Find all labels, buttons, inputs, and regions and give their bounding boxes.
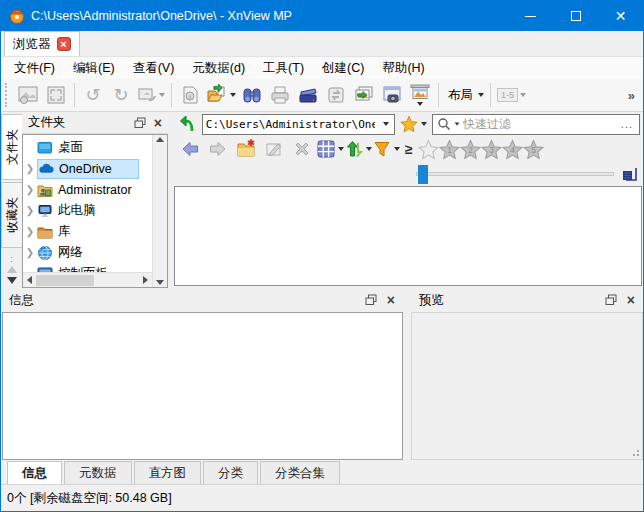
- menu-help[interactable]: 帮助(H): [373, 58, 433, 79]
- star-2-icon[interactable]: 2: [460, 139, 481, 160]
- transform-button[interactable]: [135, 81, 167, 109]
- slideshow-button[interactable]: [406, 81, 434, 109]
- resize-grip[interactable]: [632, 449, 640, 457]
- quick-filter-input[interactable]: [463, 117, 618, 131]
- capture-button[interactable]: [378, 81, 406, 109]
- tab-scroll-down-icon[interactable]: [7, 277, 17, 284]
- network-globe-icon: [37, 245, 53, 261]
- thumbnail-size-slider[interactable]: [416, 172, 614, 176]
- rotate-left-button[interactable]: ↺: [79, 81, 107, 109]
- view-mode-button[interactable]: [316, 137, 344, 161]
- scanner-icon: [297, 84, 319, 106]
- search-options-caret[interactable]: [454, 122, 459, 125]
- scroll-right-icon[interactable]: [143, 276, 148, 284]
- info-button[interactable]: i: [176, 81, 204, 109]
- dock-splitter[interactable]: [403, 288, 411, 460]
- convert-button[interactable]: [322, 81, 350, 109]
- back-button[interactable]: [176, 137, 204, 161]
- expander-icon[interactable]: ❯: [23, 226, 37, 237]
- quick-filter-box[interactable]: ...: [432, 114, 640, 135]
- scroll-left-icon[interactable]: [27, 276, 32, 284]
- maximize-button[interactable]: [553, 1, 598, 31]
- scroll-up-icon[interactable]: [156, 137, 164, 142]
- minimize-button[interactable]: [508, 1, 553, 31]
- delete-button[interactable]: [288, 137, 316, 161]
- float-panel-icon[interactable]: [605, 294, 617, 306]
- slider-thumb[interactable]: [418, 165, 428, 184]
- star-4-icon[interactable]: 4: [502, 139, 523, 160]
- expander-icon[interactable]: ❯: [23, 205, 37, 216]
- tab-close-icon[interactable]: ×: [57, 37, 71, 51]
- edit-button[interactable]: [260, 137, 288, 161]
- rating-operator[interactable]: ≥: [400, 141, 418, 157]
- filter-more-button[interactable]: ...: [621, 118, 635, 130]
- print-button[interactable]: [266, 81, 294, 109]
- close-button[interactable]: ✕: [598, 1, 643, 31]
- tab-scroll-up-icon[interactable]: [7, 266, 17, 273]
- thumbnail-range-button[interactable]: 1-5: [495, 81, 528, 109]
- tree-item-desktop[interactable]: 桌面: [23, 137, 152, 158]
- new-folder-button[interactable]: ✱: [232, 137, 260, 161]
- sort-button[interactable]: [344, 137, 372, 161]
- toolbar-overflow-button[interactable]: »: [628, 88, 635, 103]
- tab-info[interactable]: 信息: [7, 461, 62, 484]
- tree-item-network[interactable]: ❯ 网络: [23, 242, 152, 263]
- go-up-button[interactable]: [176, 113, 198, 135]
- search-button[interactable]: [238, 81, 266, 109]
- scan-button[interactable]: [294, 81, 322, 109]
- forward-button[interactable]: [204, 137, 232, 161]
- fullscreen-button[interactable]: [42, 81, 70, 109]
- tree-item-administrator[interactable]: ❯ Administrator: [23, 179, 152, 200]
- side-tab-favorites[interactable]: 收藏夹: [1, 182, 22, 248]
- star-none-icon[interactable]: [418, 139, 439, 160]
- menu-tools[interactable]: 工具(T): [254, 58, 313, 79]
- menu-edit[interactable]: 编辑(E): [64, 58, 124, 79]
- file-list-area[interactable]: [174, 186, 642, 286]
- star-1-icon[interactable]: 1: [439, 139, 460, 160]
- address-dropdown-button[interactable]: [378, 122, 394, 126]
- star-3-icon[interactable]: 3: [481, 139, 502, 160]
- slideshow-dropdown-caret[interactable]: [417, 102, 423, 106]
- close-panel-icon[interactable]: ×: [387, 293, 395, 307]
- menu-file[interactable]: 文件(F): [5, 58, 64, 79]
- close-panel-icon[interactable]: ×: [154, 116, 162, 130]
- tab-metadata[interactable]: 元数据: [64, 461, 132, 484]
- tree-item-this-pc[interactable]: ❯ 此电脑: [23, 200, 152, 221]
- view-image-button[interactable]: [14, 81, 42, 109]
- batch-convert-button[interactable]: [350, 81, 378, 109]
- address-combobox[interactable]: [202, 114, 395, 135]
- rotate-right-button[interactable]: ↻: [107, 81, 135, 109]
- menu-view[interactable]: 查看(V): [124, 58, 184, 79]
- tab-categories[interactable]: 分类: [203, 461, 258, 484]
- address-input[interactable]: [203, 118, 378, 131]
- open-button[interactable]: [204, 81, 238, 109]
- tab-category-sets[interactable]: 分类合集: [260, 461, 340, 484]
- expander-icon[interactable]: ❯: [23, 163, 37, 174]
- thumbnail-size-row: [174, 162, 642, 186]
- scrollbar-thumb[interactable]: [36, 275, 94, 286]
- tree-horizontal-scrollbar[interactable]: [23, 272, 152, 287]
- scroll-down-icon[interactable]: [156, 280, 164, 285]
- filter-button[interactable]: [372, 137, 400, 161]
- float-panel-icon[interactable]: [134, 117, 146, 129]
- expander-icon[interactable]: ❯: [23, 184, 37, 195]
- menu-create[interactable]: 创建(C): [313, 58, 373, 79]
- tab-histogram[interactable]: 直方图: [134, 461, 202, 484]
- side-tab-folders[interactable]: 文件夹: [1, 114, 22, 180]
- titlebar[interactable]: C:\Users\Administrator\OneDrive\ - XnVie…: [1, 1, 643, 31]
- expander-icon[interactable]: ❯: [23, 247, 37, 258]
- tree-item-onedrive[interactable]: ❯ OneDrive: [23, 158, 152, 179]
- favorites-button[interactable]: [399, 115, 428, 133]
- menu-metadata[interactable]: 元数据(d): [183, 58, 254, 79]
- tab-browser[interactable]: 浏览器 ×: [4, 31, 80, 56]
- open-dropdown-caret[interactable]: [230, 93, 236, 97]
- tree-item-libraries[interactable]: ❯ 库: [23, 221, 152, 242]
- transform-dropdown-caret[interactable]: [159, 93, 165, 97]
- toolbar-drag-handle[interactable]: [5, 83, 11, 107]
- thumbnail-size-icon[interactable]: [622, 166, 638, 182]
- star-5-icon[interactable]: 5: [523, 139, 544, 160]
- float-panel-icon[interactable]: [365, 294, 377, 306]
- layout-button[interactable]: 布局: [443, 81, 486, 109]
- tree-vertical-scrollbar[interactable]: [152, 135, 167, 287]
- close-panel-icon[interactable]: ×: [627, 293, 635, 307]
